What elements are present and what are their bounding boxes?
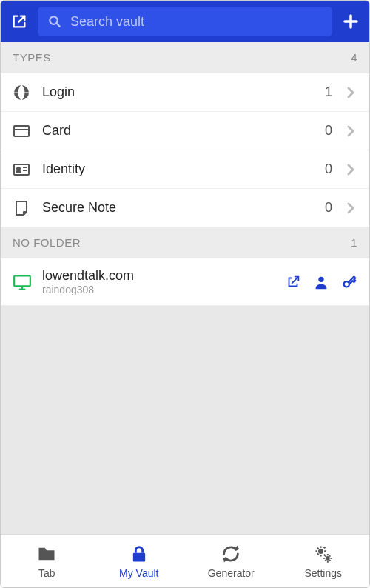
chevron-right-icon [344, 124, 357, 138]
tab-myvault[interactable]: My Vault [93, 535, 186, 587]
popout-icon [11, 13, 27, 30]
type-count: 1 [325, 84, 332, 100]
types-count: 4 [351, 51, 357, 64]
search-input[interactable] [70, 14, 322, 30]
vault-item-text: lowendtalk.com raindog308 [42, 268, 275, 295]
svg-rect-5 [14, 126, 29, 136]
tab-generator[interactable]: Generator [185, 535, 278, 587]
type-count: 0 [325, 161, 332, 177]
tab-label: My Vault [119, 567, 158, 579]
type-row-card[interactable]: Card 0 [1, 112, 369, 150]
svg-rect-11 [14, 275, 30, 286]
card-icon [13, 122, 30, 140]
add-button[interactable] [341, 12, 360, 31]
type-row-identity[interactable]: Identity 0 [1, 150, 369, 189]
type-label: Login [42, 84, 313, 100]
type-count: 0 [325, 200, 332, 216]
user-icon[interactable] [313, 274, 329, 290]
plus-icon [342, 13, 360, 30]
identity-icon [13, 161, 30, 178]
svg-point-8 [17, 167, 20, 170]
tab-label: Generator [208, 567, 255, 579]
type-label: Card [42, 123, 313, 138]
type-row-login[interactable]: Login 1 [1, 73, 369, 112]
launch-icon[interactable] [285, 274, 301, 290]
lock-icon [129, 544, 149, 564]
nofolder-header: NO FOLDER 1 [1, 227, 369, 258]
chevron-right-icon [344, 163, 357, 176]
chevron-right-icon [344, 86, 357, 99]
types-title: TYPES [13, 51, 51, 64]
chevron-right-icon [344, 201, 357, 215]
note-icon [13, 199, 30, 217]
vault-item-title: lowendtalk.com [42, 268, 275, 284]
gears-icon [313, 544, 334, 564]
header [1, 1, 369, 42]
tab-settings[interactable]: Settings [278, 535, 370, 587]
type-label: Identity [42, 161, 313, 177]
svg-rect-16 [133, 552, 145, 561]
tab-bar: Tab My Vault Generator Settings [1, 534, 369, 587]
folder-icon [36, 544, 57, 564]
types-list: Login 1 Card 0 Identity 0 Secure Note 0 [1, 73, 369, 227]
vault-item-actions [285, 274, 357, 290]
nofolder-count: 1 [351, 236, 357, 249]
popout-button[interactable] [10, 12, 29, 31]
search-box[interactable] [38, 7, 332, 36]
tab-tab[interactable]: Tab [1, 535, 93, 587]
search-icon [48, 15, 61, 28]
svg-point-15 [344, 281, 349, 287]
app-root: TYPES 4 Login 1 Card 0 Identity 0 Secure… [0, 0, 370, 588]
types-header: TYPES 4 [1, 42, 369, 73]
globe-icon [13, 84, 30, 101]
svg-line-1 [57, 24, 60, 27]
type-count: 0 [325, 123, 332, 138]
vault-item-subtitle: raindog308 [42, 284, 275, 295]
content-spacer [1, 306, 369, 534]
tab-label: Tab [38, 567, 56, 579]
type-row-note[interactable]: Secure Note 0 [1, 189, 369, 227]
svg-point-17 [318, 549, 323, 554]
type-label: Secure Note [42, 200, 313, 216]
vault-item[interactable]: lowendtalk.com raindog308 [1, 258, 369, 306]
svg-point-14 [318, 276, 323, 281]
svg-point-18 [326, 555, 330, 560]
key-icon[interactable] [341, 274, 357, 290]
monitor-icon [13, 273, 32, 292]
refresh-icon [221, 544, 241, 564]
tab-label: Settings [304, 567, 342, 579]
nofolder-title: NO FOLDER [13, 236, 81, 249]
